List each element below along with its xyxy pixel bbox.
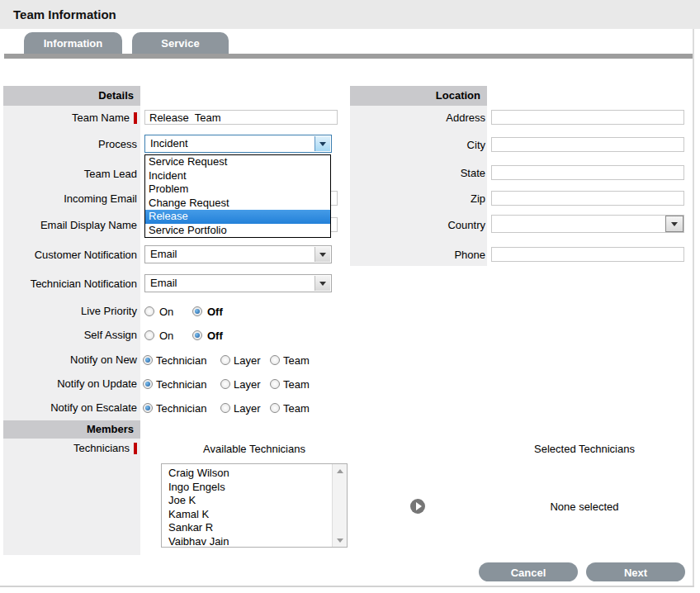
page-title: Team Information — [13, 0, 116, 29]
process-label: Process — [3, 138, 137, 151]
live-priority-off-radio[interactable] — [192, 306, 202, 316]
panel-bottom-border — [0, 586, 694, 587]
notify-new-team-radio[interactable] — [270, 355, 280, 365]
details-label-column — [3, 86, 140, 555]
chevron-down-icon — [319, 142, 326, 146]
technician-list-item[interactable]: Vaibhav Jain — [162, 535, 347, 548]
team-name-input[interactable] — [144, 110, 338, 125]
country-select[interactable] — [491, 215, 684, 233]
notify-update-layer-label: Layer — [234, 378, 261, 391]
chevron-down-icon — [319, 282, 326, 286]
scroll-down-icon[interactable] — [333, 534, 347, 547]
process-select-value: Incident — [150, 137, 188, 149]
process-dropdown-menu: Service Request Incident Problem Change … — [144, 154, 331, 238]
required-marker-icon — [134, 443, 137, 454]
notify-on-escalate-label: Notify on Escalate — [3, 401, 137, 415]
technician-notification-value: Email — [150, 277, 177, 289]
state-input[interactable] — [491, 165, 684, 180]
phone-label: Phone — [350, 249, 485, 262]
team-information-page: Team Information Information Service Det… — [0, 0, 700, 593]
tab-service[interactable]: Service — [132, 32, 229, 54]
incoming-email-label: Incoming Email — [3, 192, 137, 206]
menu-option-change-request[interactable]: Change Request — [145, 197, 330, 211]
self-assign-label: Self Assign — [3, 329, 137, 342]
state-label: State — [350, 167, 485, 180]
location-section-header: Location — [350, 86, 487, 106]
technician-list-item[interactable]: Sankar R — [162, 521, 347, 535]
self-assign-on-label: On — [159, 330, 173, 343]
notify-new-team-label: Team — [283, 354, 310, 368]
notify-new-technician-radio[interactable] — [143, 355, 153, 365]
technician-notification-label: Technician Notification — [3, 278, 137, 291]
menu-option-release[interactable]: Release — [145, 210, 330, 224]
city-input[interactable] — [491, 137, 684, 152]
self-assign-off-radio[interactable] — [192, 330, 202, 340]
notify-update-layer-radio[interactable] — [220, 379, 230, 389]
notify-update-technician-radio[interactable] — [143, 379, 153, 389]
available-technicians-title: Available Technicians — [161, 443, 348, 456]
tab-underline-bar — [4, 54, 693, 59]
process-select[interactable]: Incident — [144, 135, 332, 153]
phone-input[interactable] — [491, 247, 684, 262]
country-label: Country — [350, 219, 485, 232]
notify-escalate-layer-label: Layer — [234, 402, 261, 415]
self-assign-on-radio[interactable] — [144, 330, 154, 340]
zip-input[interactable] — [491, 191, 684, 206]
chevron-down-icon — [671, 222, 678, 226]
tab-information[interactable]: Information — [24, 32, 122, 54]
none-selected-text: None selected — [491, 500, 678, 514]
notify-escalate-layer-radio[interactable] — [220, 403, 230, 413]
menu-option-problem[interactable]: Problem — [145, 183, 330, 197]
notify-on-update-label: Notify on Update — [3, 377, 137, 391]
members-section-header: Members — [3, 420, 140, 439]
city-label: City — [350, 139, 485, 152]
address-label: Address — [350, 111, 485, 125]
live-priority-on-label: On — [159, 306, 173, 319]
notify-update-technician-label: Technician — [156, 378, 206, 391]
technician-list-item[interactable]: Kamal K — [162, 508, 347, 522]
menu-option-service-portfolio[interactable]: Service Portfolio — [145, 224, 330, 238]
technician-notification-select[interactable]: Email — [144, 274, 332, 292]
notify-update-team-label: Team — [283, 378, 310, 391]
customer-notification-label: Customer Notification — [3, 249, 137, 262]
cancel-button[interactable]: Cancel — [479, 562, 578, 581]
required-marker-icon — [134, 112, 137, 124]
zip-label: Zip — [350, 192, 485, 206]
customer-notification-select[interactable]: Email — [144, 245, 332, 263]
next-button[interactable]: Next — [586, 562, 685, 581]
address-input[interactable] — [491, 110, 684, 125]
live-priority-on-radio[interactable] — [144, 306, 154, 316]
email-display-name-label: Email Display Name — [3, 219, 137, 232]
chevron-down-icon — [319, 253, 326, 257]
technician-list-item[interactable]: Craig Wilson — [162, 467, 347, 481]
technician-notification-select-button[interactable] — [315, 276, 330, 291]
scroll-up-icon[interactable] — [333, 464, 347, 477]
menu-option-service-request[interactable]: Service Request — [145, 155, 330, 169]
notify-escalate-team-label: Team — [283, 402, 310, 415]
notify-update-team-radio[interactable] — [270, 379, 280, 389]
team-name-label: Team Name — [3, 111, 137, 125]
live-priority-label: Live Priority — [3, 305, 137, 318]
customer-notification-value: Email — [150, 248, 177, 260]
move-right-icon[interactable] — [410, 499, 425, 514]
available-technicians-list: Craig Wilson Ingo Engels Joe K Kamal K S… — [162, 464, 347, 548]
process-select-button[interactable] — [315, 136, 330, 151]
title-bar: Team Information — [0, 0, 700, 29]
customer-notification-select-button[interactable] — [315, 247, 330, 262]
technician-list-item[interactable]: Ingo Engels — [162, 481, 347, 495]
notify-escalate-technician-radio[interactable] — [143, 403, 153, 413]
selected-technicians-title: Selected Technicians — [491, 443, 678, 456]
notify-escalate-team-radio[interactable] — [270, 403, 280, 413]
menu-option-incident[interactable]: Incident — [145, 169, 330, 183]
notify-new-layer-label: Layer — [234, 354, 261, 368]
notify-escalate-technician-label: Technician — [156, 402, 206, 415]
country-select-button[interactable] — [665, 216, 683, 232]
technician-list-item[interactable]: Joe K — [162, 494, 347, 508]
notify-new-layer-radio[interactable] — [220, 355, 230, 365]
technicians-label: Technicians — [3, 442, 137, 455]
listbox-scrollbar[interactable] — [332, 464, 347, 547]
details-section-header: Details — [3, 86, 140, 106]
available-technicians-listbox[interactable]: Craig Wilson Ingo Engels Joe K Kamal K S… — [161, 463, 348, 548]
team-lead-label: Team Lead — [3, 168, 137, 181]
notify-new-technician-label: Technician — [156, 354, 206, 368]
